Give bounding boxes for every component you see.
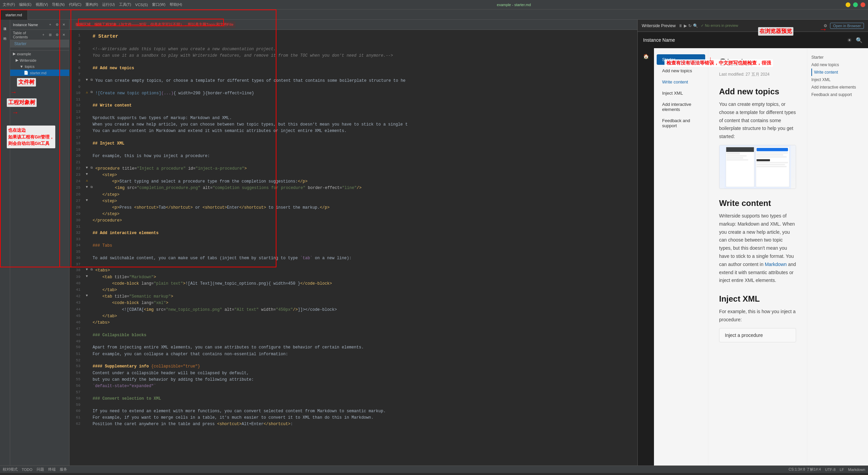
preview-pause-icon[interactable]: ⏸ [678, 23, 682, 28]
close-toc-icon[interactable]: ✕ [61, 32, 66, 38]
status-language[interactable]: Markdown [848, 468, 865, 472]
toc-link-add-topics[interactable]: Add new topics [811, 61, 864, 69]
menu-window[interactable]: 窗口(W) [152, 2, 166, 7]
editor-area: 编辑区域、编辑工程对象（与文件——对应，但是名字可以不同），所以是主题Topic… [70, 20, 637, 466]
fold-icon[interactable]: ▼ [84, 166, 89, 170]
toc-link-write[interactable]: Write content [811, 69, 864, 76]
copy-icon[interactable]: ⧉ [89, 267, 94, 272]
sidebar-tab-structure[interactable]: 结构 [1, 31, 9, 39]
preview-tab-write-content[interactable]: Write content [657, 77, 705, 87]
toc-item-label: Starter [14, 41, 26, 46]
menu-run[interactable]: 运行(U) [102, 2, 115, 7]
markdown-link[interactable]: Markdown [765, 262, 787, 267]
preview-tab-add-topics[interactable]: Add new topics [657, 65, 705, 76]
warning-icon[interactable]: ⚠ [84, 178, 89, 183]
expand-toc-icon[interactable]: ⊞ [47, 32, 53, 38]
svg-rect-8 [757, 148, 788, 151]
preview-play-icon[interactable]: ▶ [684, 23, 687, 28]
menu-code[interactable]: 代码(C) [69, 2, 81, 7]
home-nav-icon[interactable]: 🏠 [640, 51, 651, 62]
maximize-button[interactable] [853, 2, 858, 7]
add-toc-icon[interactable]: + [41, 32, 46, 38]
open-browser-button[interactable]: Open in Browser [830, 23, 864, 29]
copy-icon[interactable]: ⧉ [89, 166, 94, 170]
close-button[interactable] [861, 2, 865, 7]
theme-toggle-icon[interactable]: ☀ [847, 37, 852, 43]
toc-link-feedback[interactable]: Feedback and support [811, 91, 864, 98]
editor-line: 10 ⚠ ⧉ ![Create new topic options](...){… [70, 90, 637, 97]
copy-icon[interactable]: ⧉ [89, 78, 94, 82]
status-problems[interactable]: 问题 [37, 467, 44, 472]
tree-section-writerside[interactable]: ▶ Writerside [10, 57, 69, 63]
tab-label: Feedback and support [662, 118, 690, 128]
toc-item-starter[interactable]: Starter [10, 40, 69, 48]
tree-section-example[interactable]: ▶ example [10, 51, 69, 57]
menu-file[interactable]: 文件(F) [3, 2, 15, 7]
svg-rect-5 [727, 157, 743, 158]
fold-icon[interactable]: ▼ [84, 267, 89, 272]
status-copy-mode[interactable]: 校对模式 [3, 467, 18, 472]
menu-view[interactable]: 视图(V) [36, 2, 48, 7]
warning-icon[interactable]: ⚠ [84, 90, 89, 95]
title-filename: example - starter.md [497, 3, 531, 7]
menu-help[interactable]: 帮助(H) [170, 2, 182, 7]
svg-rect-3 [727, 153, 740, 155]
preview-tab-inject-xml[interactable]: Inject XML [657, 88, 705, 98]
fold-icon[interactable]: ▼ [84, 198, 89, 203]
preview-tab-interactive[interactable]: Add interactive elements [657, 99, 705, 115]
title-bar: 文件(F) 编辑(E) 视图(V) 导航(N) 代码(C) 重构(R) 运行(U… [0, 0, 868, 10]
editor-content[interactable]: 1 # Starter 2 3 <!--Writerside adds this… [70, 30, 637, 466]
preview-settings-icon[interactable]: ⚙ [824, 23, 827, 28]
tree-section-topics[interactable]: ▼ topics [10, 63, 69, 70]
menu-edit[interactable]: 编辑(E) [19, 2, 32, 7]
menu-bar[interactable]: 文件(F) 编辑(E) 视图(V) 导航(N) 代码(C) 重构(R) 运行(U… [3, 2, 182, 7]
copy-icon[interactable]: ⧉ [89, 90, 94, 95]
fold-icon[interactable]: ▼ [84, 78, 89, 82]
status-encoding[interactable]: UTF-8 [825, 468, 835, 472]
status-cursor: CS:1:3#:8 了解1#:4 [789, 467, 821, 472]
editor-line: 8 ▼ ⧉ You can create empty topics, or ch… [70, 78, 637, 84]
status-todo[interactable]: TODO [22, 468, 33, 472]
preview-refresh-icon[interactable]: ↻ [688, 23, 692, 28]
tab-bar: starter.md [0, 10, 868, 20]
close-panel-icon[interactable]: ✕ [61, 22, 66, 27]
status-terminal[interactable]: 终端 [48, 467, 56, 472]
tree-item-starter[interactable]: 📄 starter.md [10, 70, 69, 76]
settings-toc-icon[interactable]: ⚙ [54, 32, 60, 38]
settings-icon[interactable]: ⚙ [54, 22, 60, 27]
editor-line: 34 ### Tabs [70, 243, 637, 249]
fold-icon[interactable]: ▼ [84, 274, 89, 279]
toc-link-interactive[interactable]: Add interactive elements [811, 83, 864, 91]
svg-rect-6 [727, 159, 748, 160]
topbar-search-icon[interactable]: 🔍 [856, 37, 863, 43]
editor-line: 20 For example, this is how you inject a… [70, 153, 637, 159]
editor-line: 39 ▼ <tab title="Markdown"> [70, 274, 637, 281]
tab-starter[interactable]: starter.md [0, 10, 28, 20]
status-line-endings[interactable]: LF [840, 468, 844, 472]
article-image-placeholder [719, 145, 796, 189]
preview-search-icon[interactable]: 🔍 [693, 23, 698, 28]
editor-line: 41 </tab> [70, 287, 637, 293]
editor-line: 62 Position the caret anywhere in the ta… [70, 421, 637, 428]
fold-icon[interactable]: ▼ [84, 293, 89, 298]
window-controls[interactable] [846, 2, 865, 7]
sidebar-tab-project[interactable]: 项目 [1, 21, 9, 29]
menu-refactor[interactable]: 重构(R) [85, 2, 98, 7]
minimize-button[interactable] [846, 2, 850, 7]
new-item-icon[interactable]: + [47, 22, 53, 27]
toc-link-starter[interactable]: Starter [811, 54, 864, 61]
fold-icon[interactable]: ▼ [84, 172, 89, 177]
copy-icon[interactable]: ⧉ [89, 185, 94, 190]
toc-link-inject[interactable]: Inject XML [811, 76, 864, 83]
svg-rect-15 [757, 166, 787, 167]
status-services[interactable]: 服务 [60, 467, 67, 472]
preview-tab-starter[interactable]: Starter [657, 54, 705, 65]
preview-tab-feedback[interactable]: Feedback and support [657, 115, 705, 131]
fold-icon[interactable]: ▼ [84, 185, 89, 190]
editor-line: 14 %product% supports two types of marku… [70, 115, 637, 121]
menu-vcs[interactable]: VCS(S) [135, 3, 148, 7]
menu-tools[interactable]: 工具(T) [119, 2, 131, 7]
editor-line: 54 Content under a collapsible header wi… [70, 370, 637, 377]
menu-nav[interactable]: 导航(N) [52, 2, 64, 7]
article-h2-write: Write content [719, 198, 796, 208]
